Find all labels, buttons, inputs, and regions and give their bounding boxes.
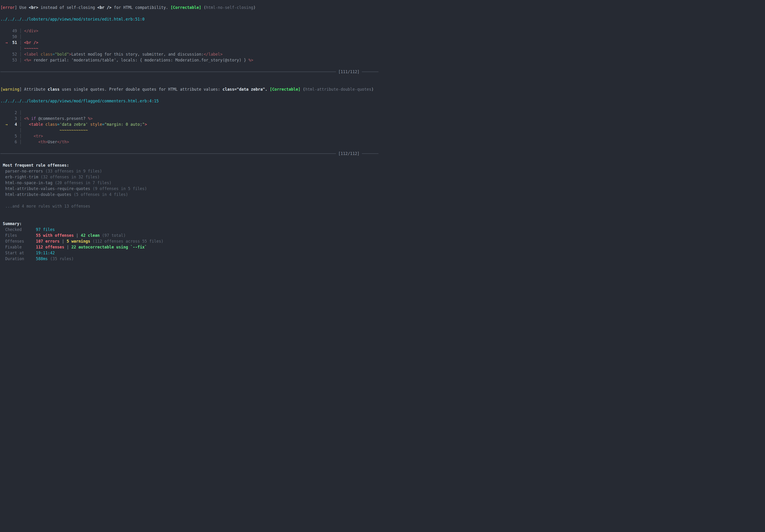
blank-line (0, 262, 382, 266)
error-file-path: ../../../../lobsters/app/views/mod/stori… (0, 16, 382, 22)
code-line-50: 50 │ (0, 34, 382, 40)
warning-squiggle: │ ~~~~~~~~~~~~ (0, 127, 382, 133)
summary-row-fixable: Fixable 112 offenses | 22 autocorrectabl… (0, 244, 382, 250)
offenses-header: Most frequent rule offenses: (0, 163, 382, 168)
rule-offense-parser-no-errors: parser-no-errors (33 offenses in 9 files… (0, 168, 382, 174)
summary-row-checked: Checked 97 files (0, 227, 382, 233)
more-rules-note: ...and 4 more rules with 13 offenses (0, 203, 382, 209)
code-line-3: 3 │ <% if @commenters.present? %> (0, 116, 382, 122)
warning-file-path: ../../../../lobsters/app/views/mod/flagg… (0, 98, 382, 104)
summary-row-files: Files 55 with offenses | 42 clean (97 to… (0, 233, 382, 239)
terminal-output: [error] Use <br> instead of self-closing… (0, 0, 382, 266)
progress-divider-2: ────────────────────────────────────────… (0, 151, 382, 157)
code-line-2: 2 │ (0, 110, 382, 116)
rule-offense-html-attribute-values-require-quotes: html-attribute-values-require-quotes (9 … (0, 186, 382, 192)
summary-row-duration: Duration 588ms (35 rules) (0, 256, 382, 262)
blank-line (0, 92, 382, 98)
warning-message: [warning] Attribute class uses single qu… (0, 87, 382, 92)
code-line-4: → 4 │ <table class='data zebra' style="m… (0, 122, 382, 127)
summary-row-offenses: Offenses 107 errors | 5 warnings (112 of… (0, 239, 382, 244)
error-message: [error] Use <br> instead of self-closing… (0, 5, 382, 11)
blank-line (0, 157, 382, 163)
blank-line (0, 104, 382, 110)
code-line-6: 6 │ <th>User</th> (0, 139, 382, 145)
code-line-49: 49 │ </div> (0, 28, 382, 34)
terminal-screen: { "palette": { "bg": "#262a33", "fg": "#… (0, 0, 382, 266)
rule-offense-erb-right-trim: erb-right-trim (32 offenses in 32 files) (0, 174, 382, 180)
blank-line (0, 63, 382, 69)
code-line-5: 5 │ <tr> (0, 133, 382, 139)
blank-line (0, 215, 382, 221)
blank-line (0, 22, 382, 28)
blank-line (0, 209, 382, 215)
summary-header: Summary: (0, 221, 382, 227)
code-line-51: → 51 │ <br /> (0, 40, 382, 46)
blank-line (0, 75, 382, 81)
rule-offense-html-attribute-double-quotes: html-attribute-double-quotes (5 offenses… (0, 192, 382, 198)
progress-divider-1: ────────────────────────────────────────… (0, 69, 382, 75)
blank-line (0, 81, 382, 87)
code-line-53: 53 │ <%= render partial: 'moderations/ta… (0, 57, 382, 63)
code-line-52: 52 │ <label class="bold">Latest modlog f… (0, 51, 382, 57)
blank-line (0, 11, 382, 16)
summary-row-start-at: Start at 19:11:42 (0, 250, 382, 256)
error-squiggle: │ ~~~~~~ (0, 46, 382, 51)
blank-line (0, 145, 382, 151)
blank-line (0, 198, 382, 203)
rule-offense-html-no-space-in-tag: html-no-space-in-tag (20 offenses in 7 f… (0, 180, 382, 186)
